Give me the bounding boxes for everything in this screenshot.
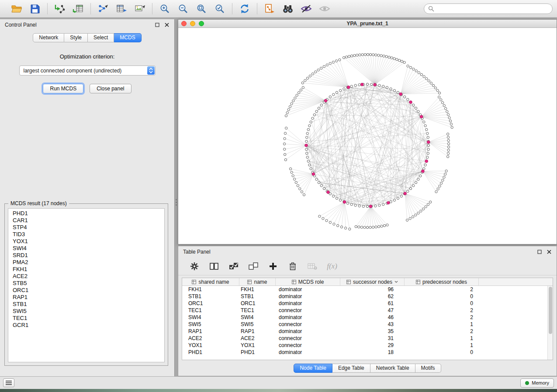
select-all-rows-button[interactable]	[228, 261, 239, 272]
table-cell: 35	[340, 328, 405, 334]
close-table-panel-button[interactable]	[546, 249, 552, 254]
tab-select[interactable]: Select	[88, 33, 114, 42]
table-cell: 2	[405, 286, 479, 292]
table-cell: 1	[405, 321, 479, 327]
mcds-result-item[interactable]: STB5	[8, 280, 164, 287]
maximize-window-button[interactable]	[199, 21, 204, 26]
mcds-result-item[interactable]: ACE2	[8, 273, 164, 280]
delete-table-button[interactable]	[307, 261, 318, 272]
refresh-layout-button[interactable]	[237, 2, 252, 16]
export-network-button[interactable]	[96, 2, 111, 16]
delete-column-button[interactable]	[287, 261, 298, 272]
tab-edge-table[interactable]: Edge Table	[332, 364, 370, 373]
table-settings-button[interactable]	[189, 261, 200, 272]
column-label: predecessor nodes	[422, 279, 467, 285]
mcds-result-groupbox: MCDS result (17 nodes) PHD1CAR1STP4TID3Y…	[4, 203, 168, 366]
save-session-button[interactable]	[28, 2, 42, 16]
import-network-button[interactable]	[52, 2, 67, 16]
table-row[interactable]: YOX1YOX1connector291	[182, 342, 553, 349]
tab-network-table[interactable]: Network Table	[370, 364, 415, 373]
mcds-result-item[interactable]: SRD1	[8, 252, 164, 259]
table-row[interactable]: SWI4SWI4dominator462	[182, 314, 553, 321]
eye-slash-icon	[301, 4, 312, 13]
hide-selected-button[interactable]	[299, 2, 314, 16]
tab-network[interactable]: Network	[33, 33, 64, 42]
deselect-all-rows-button[interactable]	[248, 261, 259, 272]
function-builder-button[interactable]: f(x)	[326, 261, 338, 272]
show-columns-button[interactable]	[208, 261, 220, 272]
mcds-result-item[interactable]: YOX1	[8, 238, 164, 245]
plus-icon	[269, 262, 277, 270]
table-cell: dominator	[276, 314, 340, 320]
search-input[interactable]	[437, 6, 548, 12]
mcds-result-item[interactable]: FKH1	[8, 266, 164, 273]
close-panel-button[interactable]	[164, 22, 170, 28]
mcds-result-item[interactable]: TID3	[8, 231, 164, 238]
fx-icon: f(x)	[327, 262, 337, 271]
column-header-mcds-role[interactable]: MCDS role	[276, 278, 340, 285]
mcds-result-item[interactable]: STB1	[8, 301, 164, 308]
table-row[interactable]: RAP1RAP1dominator352	[182, 328, 553, 335]
open-session-button[interactable]	[9, 2, 24, 16]
import-table-button[interactable]	[71, 2, 86, 16]
table-cell: FKH1	[182, 286, 239, 292]
network-canvas[interactable]	[178, 28, 557, 244]
mcds-result-item[interactable]: PHD1	[8, 210, 164, 217]
network-window-titlebar[interactable]: YPA_prune.txt_1	[178, 20, 557, 28]
zoom-selected-button[interactable]	[212, 2, 227, 16]
table-cell: 1	[405, 335, 479, 341]
table-panel: Table Panel f(x)	[178, 246, 557, 376]
table-row[interactable]: ACE2ACE2connector311	[182, 335, 553, 342]
show-all-button[interactable]	[317, 2, 332, 16]
tab-node-table[interactable]: Node Table	[294, 364, 332, 373]
table-row[interactable]: TEC1TEC1connector472	[182, 307, 553, 314]
export-table-button[interactable]	[114, 2, 129, 16]
close-window-button[interactable]	[181, 21, 187, 26]
table-row[interactable]: STB1STB1dominator620	[182, 293, 553, 300]
desktop-background-strip	[0, 389, 557, 392]
table-cell: 2	[405, 314, 479, 320]
zoom-fit-button[interactable]	[194, 2, 209, 16]
table-row[interactable]: ORC1ORC1dominator610	[182, 300, 553, 307]
export-image-button[interactable]	[132, 2, 147, 16]
table-cell: SWI4	[239, 314, 276, 320]
table-tabs: Node Table Edge Table Network Table Moti…	[178, 364, 557, 373]
tab-mcds[interactable]: MCDS	[114, 33, 141, 42]
first-neighbors-button[interactable]	[280, 2, 295, 16]
column-header-name[interactable]: name	[239, 278, 276, 285]
float-panel-button[interactable]	[154, 22, 160, 28]
table-scrollbar[interactable]	[547, 286, 553, 360]
mcds-result-item[interactable]: CAR1	[8, 217, 164, 224]
mcds-result-item[interactable]: TEC1	[8, 315, 164, 322]
mcds-result-item[interactable]: STP4	[8, 224, 164, 231]
zoom-in-button[interactable]	[157, 2, 172, 16]
add-column-button[interactable]	[267, 261, 279, 272]
zoom-selected-icon	[214, 3, 225, 14]
memory-button[interactable]: Memory	[520, 378, 554, 388]
table-cell: connector	[276, 321, 340, 327]
column-header-successor-nodes[interactable]: successor nodes	[340, 278, 405, 285]
panel-menu-button[interactable]	[3, 378, 14, 387]
mcds-result-item[interactable]: RAP1	[8, 294, 164, 301]
table-row[interactable]: SWI5SWI5connector431	[182, 321, 553, 328]
table-row[interactable]: PHD1PHD1dominator180	[182, 349, 553, 356]
minimize-window-button[interactable]	[190, 21, 195, 26]
criterion-dropdown[interactable]: largest connected component (undirected)	[19, 65, 156, 76]
mcds-result-item[interactable]: PMA2	[8, 259, 164, 266]
mcds-result-item[interactable]: SWI4	[8, 245, 164, 252]
table-scrollbar-thumb[interactable]	[549, 287, 552, 334]
zoom-out-button[interactable]	[176, 2, 190, 16]
table-row[interactable]: FKH1FKH1dominator962	[182, 286, 553, 293]
tab-motifs[interactable]: Motifs	[415, 364, 441, 373]
column-header-predecessor-nodes[interactable]: predecessor nodes	[405, 278, 479, 285]
mcds-result-item[interactable]: GCR1	[8, 322, 164, 329]
mcds-result-item[interactable]: SWI5	[8, 308, 164, 315]
mcds-result-item[interactable]: ORC1	[8, 287, 164, 294]
new-network-from-selection-button[interactable]	[262, 2, 277, 16]
column-header-shared-name[interactable]: shared name	[182, 278, 239, 285]
panel-divider-handle[interactable]	[175, 196, 177, 208]
tab-style[interactable]: Style	[64, 33, 88, 42]
run-mcds-button[interactable]: Run MCDS	[43, 84, 83, 93]
float-table-panel-button[interactable]	[536, 249, 542, 254]
close-panel-button-mcds[interactable]: Close panel	[90, 84, 131, 93]
